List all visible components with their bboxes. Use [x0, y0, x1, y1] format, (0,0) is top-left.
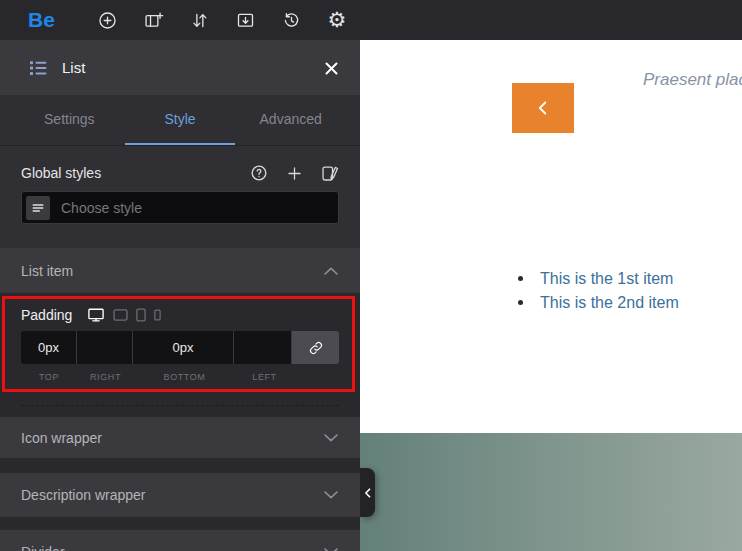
padding-bottom-label: BOTTOM: [134, 372, 235, 382]
panel-title: List: [62, 59, 85, 76]
panel-collapse-handle[interactable]: [360, 468, 375, 517]
close-icon[interactable]: [322, 59, 340, 77]
list-element-icon: [27, 57, 49, 79]
bullet-dot: [518, 300, 523, 305]
padding-label: Padding: [21, 307, 72, 323]
choose-style-input[interactable]: Choose style: [21, 191, 339, 224]
padding-left-input[interactable]: [234, 331, 292, 364]
section-icon-wrapper[interactable]: Icon wrapper: [0, 417, 360, 458]
add-section-icon[interactable]: [141, 8, 165, 32]
help-icon[interactable]: [249, 163, 269, 183]
panel-header: List: [0, 40, 360, 95]
element-settings-panel: List Settings Style Advanced Global styl…: [0, 40, 360, 551]
global-styles-actions: [249, 163, 339, 183]
global-styles-label: Global styles: [21, 165, 101, 181]
link-values-icon[interactable]: [292, 331, 339, 364]
next-section-background: [360, 433, 742, 551]
carousel-prev-button[interactable]: [512, 83, 574, 133]
section-description-wrapper[interactable]: Description wrapper: [0, 473, 360, 517]
mobile-icon[interactable]: [154, 309, 161, 321]
padding-inputs: 0px 0px: [21, 331, 339, 364]
dashed-separator: [21, 405, 339, 406]
preview-list[interactable]: This is the 1st item This is the 2nd ite…: [518, 268, 679, 316]
tablet-landscape-icon[interactable]: [113, 309, 128, 321]
list-item: This is the 1st item: [518, 268, 679, 292]
reorder-icon[interactable]: [187, 8, 211, 32]
history-icon[interactable]: [279, 8, 303, 32]
desktop-icon[interactable]: [87, 307, 105, 323]
tablet-portrait-icon[interactable]: [136, 308, 146, 322]
choose-style-placeholder: Choose style: [61, 200, 142, 216]
section-list-item[interactable]: List item: [0, 248, 360, 293]
preview-heading-text: Praesent plac: [643, 70, 742, 90]
bullet-dot: [518, 276, 523, 281]
betheme-logo[interactable]: Be: [28, 8, 55, 32]
page-preview: Praesent plac This is the 1st item This …: [360, 40, 742, 551]
topbar-icons: ⚙: [95, 0, 349, 40]
global-styles-row: Global styles: [21, 160, 339, 186]
padding-control-header: Padding: [21, 305, 161, 325]
list-item: This is the 2nd item: [518, 292, 679, 316]
chevron-down-icon: [324, 434, 338, 442]
padding-right-input[interactable]: [77, 331, 133, 364]
tab-style[interactable]: Style: [125, 95, 236, 145]
style-library-icon[interactable]: [319, 163, 339, 183]
chevron-down-icon: [324, 491, 338, 499]
padding-bottom-input[interactable]: 0px: [133, 331, 234, 364]
topbar: Be ⚙: [0, 0, 742, 40]
padding-field-labels: TOP RIGHT BOTTOM LEFT: [21, 372, 339, 382]
tab-advanced[interactable]: Advanced: [235, 95, 346, 145]
style-list-icon[interactable]: [26, 196, 50, 220]
chevron-left-icon: [532, 97, 554, 119]
tab-settings[interactable]: Settings: [14, 95, 125, 145]
chevron-left-icon: [364, 488, 371, 498]
padding-top-input[interactable]: 0px: [21, 331, 77, 364]
add-style-icon[interactable]: [284, 163, 304, 183]
responsive-device-switcher: [87, 307, 161, 323]
padding-left-label: LEFT: [235, 372, 294, 382]
builder-window: Be ⚙: [0, 0, 742, 551]
settings-gear-icon[interactable]: ⚙: [325, 8, 349, 32]
chevron-up-icon: [324, 267, 338, 275]
panel-tabs: Settings Style Advanced: [0, 95, 360, 146]
section-divider[interactable]: Divider: [0, 530, 360, 551]
padding-top-label: TOP: [21, 372, 77, 382]
add-element-icon[interactable]: [95, 8, 119, 32]
save-template-icon[interactable]: [233, 8, 257, 32]
padding-right-label: RIGHT: [77, 372, 134, 382]
